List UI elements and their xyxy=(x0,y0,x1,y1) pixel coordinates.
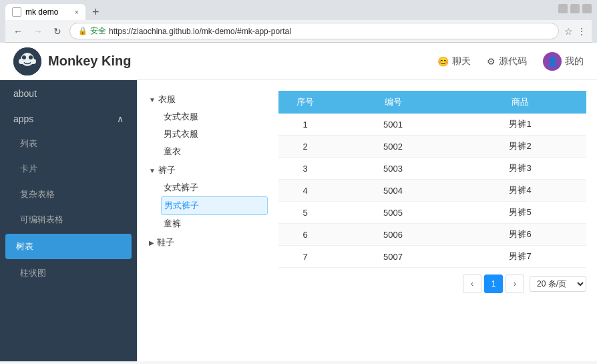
chat-icon: 😊 xyxy=(437,56,449,67)
cell-product: 男裤7 xyxy=(454,246,586,268)
tree-children-clothing: 女式衣服 男式衣服 童衣 xyxy=(148,108,268,160)
tree-node-clothing-text: 衣服 xyxy=(158,94,176,106)
sidebar-item-about[interactable]: about xyxy=(0,80,137,107)
table-row[interactable]: 7 5007 男裤7 xyxy=(278,246,586,268)
tree-node-pants-text: 裤子 xyxy=(158,164,176,176)
address-text: https://ziaochina.github.io/mk-demo/#mk-… xyxy=(109,27,291,36)
address-actions: ☆ ⋮ xyxy=(564,26,586,37)
tree-node-shoes: ▶ 鞋子 xyxy=(148,234,268,251)
data-table: 序号 编号 商品 1 5001 男裤1 2 5002 男裤2 3 5003 男裤… xyxy=(278,91,586,268)
source-icon: ⚙ xyxy=(487,56,495,67)
sidebar-item-tree-table[interactable]: 树表 xyxy=(5,234,132,259)
cell-index: 4 xyxy=(278,180,332,202)
logo-image xyxy=(13,47,41,75)
table-row[interactable]: 5 5005 男裤5 xyxy=(278,202,586,224)
tree-node-shoes-text: 鞋子 xyxy=(157,236,174,248)
tree-node-pants: ▼ 裤子 女式裤子 男式裤子 童裤 xyxy=(148,162,268,232)
source-label: 源代码 xyxy=(499,55,527,67)
cell-product: 男裤3 xyxy=(454,158,586,180)
menu-button[interactable]: ⋮ xyxy=(577,26,586,37)
table-row[interactable]: 2 5002 男裤2 xyxy=(278,136,586,158)
header-nav: 😊 聊天 ⚙ 源代码 👤 我的 xyxy=(437,52,584,71)
next-page-button[interactable]: › xyxy=(506,275,524,293)
cell-index: 7 xyxy=(278,246,332,268)
pagination: ‹ 1 › 20 条/页 50 条/页 100 条/页 xyxy=(278,268,586,296)
table-row[interactable]: 3 5003 男裤3 xyxy=(278,158,586,180)
cell-code: 5005 xyxy=(332,202,454,224)
cell-product: 男裤1 xyxy=(454,114,586,136)
cell-code: 5001 xyxy=(332,114,454,136)
sidebar-section-apps[interactable]: apps ∧ xyxy=(0,107,137,131)
main-layout: about apps ∧ 列表 卡片 复杂表格 可编辑表格 树表 柱状图 xyxy=(0,80,597,361)
tab-close-button[interactable]: × xyxy=(75,8,79,16)
cell-product: 男裤4 xyxy=(454,180,586,202)
tree-leaf-women-clothes[interactable]: 女式衣服 xyxy=(161,108,268,126)
back-button[interactable]: ← xyxy=(11,25,25,38)
bookmark-button[interactable]: ☆ xyxy=(564,26,573,37)
tree-leaf-men-pants[interactable]: 男式裤子 xyxy=(161,196,268,215)
svg-point-5 xyxy=(31,59,36,64)
app-header: Monkey King 😊 聊天 ⚙ 源代码 👤 我的 xyxy=(0,43,597,80)
sidebar-item-editable-table[interactable]: 可编辑表格 xyxy=(0,207,137,232)
tree-node-clothing-label[interactable]: ▼ 衣服 xyxy=(148,91,268,108)
tab-favicon xyxy=(12,7,21,17)
nav-chat[interactable]: 😊 聊天 xyxy=(437,55,471,67)
maximize-button[interactable] xyxy=(570,4,580,13)
cell-index: 1 xyxy=(278,114,332,136)
secure-label: 安全 xyxy=(90,25,106,37)
page-1-button[interactable]: 1 xyxy=(484,275,503,293)
address-input[interactable]: 🔒 安全 https://ziaochina.github.io/mk-demo… xyxy=(69,23,559,39)
sidebar-item-card[interactable]: 卡片 xyxy=(0,156,137,182)
cell-code: 5007 xyxy=(332,246,454,268)
table-row[interactable]: 4 5004 男裤4 xyxy=(278,180,586,202)
tree-arrow-shoes: ▶ xyxy=(149,239,154,246)
forward-button[interactable]: → xyxy=(31,25,45,38)
tree-leaf-kids-pants[interactable]: 童裤 xyxy=(161,215,268,232)
apps-label: apps xyxy=(13,114,33,124)
new-tab-button[interactable]: + xyxy=(88,5,104,19)
tree-leaf-men-clothes[interactable]: 男式衣服 xyxy=(161,126,268,143)
cell-code: 5003 xyxy=(332,158,454,180)
cell-index: 5 xyxy=(278,202,332,224)
profile-label: 我的 xyxy=(565,55,584,67)
tree-leaf-kids-clothes[interactable]: 童衣 xyxy=(161,143,268,160)
svg-point-2 xyxy=(22,55,26,59)
nav-profile[interactable]: 👤 我的 xyxy=(543,52,584,71)
page-size-select[interactable]: 20 条/页 50 条/页 100 条/页 xyxy=(530,276,586,292)
cell-index: 2 xyxy=(278,136,332,158)
tab-title: mk demo xyxy=(25,7,58,17)
refresh-button[interactable]: ↻ xyxy=(51,25,64,38)
sidebar-item-bar-chart[interactable]: 柱状图 xyxy=(0,260,137,286)
content-area: ▼ 衣服 女式衣服 男式衣服 童衣 xyxy=(137,80,597,361)
browser-tab[interactable]: mk demo × xyxy=(5,4,85,20)
tree-leaf-women-pants[interactable]: 女式裤子 xyxy=(161,179,268,196)
cell-index: 6 xyxy=(278,224,332,246)
cell-code: 5004 xyxy=(332,180,454,202)
table-row[interactable]: 6 5006 男裤6 xyxy=(278,224,586,246)
header-logo: Monkey King xyxy=(13,47,131,75)
logo-text: Monkey King xyxy=(48,53,131,69)
address-bar: ← → ↻ 🔒 安全 https://ziaochina.github.io/m… xyxy=(5,20,592,43)
sidebar-item-list[interactable]: 列表 xyxy=(0,131,137,156)
cell-code: 5002 xyxy=(332,136,454,158)
avatar-icon: 👤 xyxy=(543,52,562,71)
table-row[interactable]: 1 5001 男裤1 xyxy=(278,114,586,136)
tree-arrow-clothing: ▼ xyxy=(149,96,156,104)
col-index: 序号 xyxy=(278,91,332,114)
chat-label: 聊天 xyxy=(452,55,471,67)
close-button[interactable] xyxy=(582,4,592,13)
apps-collapse-icon: ∧ xyxy=(117,114,124,124)
tree-node-pants-label[interactable]: ▼ 裤子 xyxy=(148,162,268,179)
cell-product: 男裤6 xyxy=(454,224,586,246)
col-product: 商品 xyxy=(454,91,586,114)
nav-source[interactable]: ⚙ 源代码 xyxy=(487,55,527,67)
tree-children-pants: 女式裤子 男式裤子 童裤 xyxy=(148,179,268,232)
tree-node-shoes-label[interactable]: ▶ 鞋子 xyxy=(148,234,268,251)
sidebar-item-complex-table[interactable]: 复杂表格 xyxy=(0,182,137,207)
prev-page-button[interactable]: ‹ xyxy=(463,275,481,293)
cell-product: 男裤2 xyxy=(454,136,586,158)
col-code: 编号 xyxy=(332,91,454,114)
app-container: Monkey King 😊 聊天 ⚙ 源代码 👤 我的 about ap xyxy=(0,43,597,361)
minimize-button[interactable] xyxy=(558,4,568,13)
svg-point-4 xyxy=(19,59,24,64)
